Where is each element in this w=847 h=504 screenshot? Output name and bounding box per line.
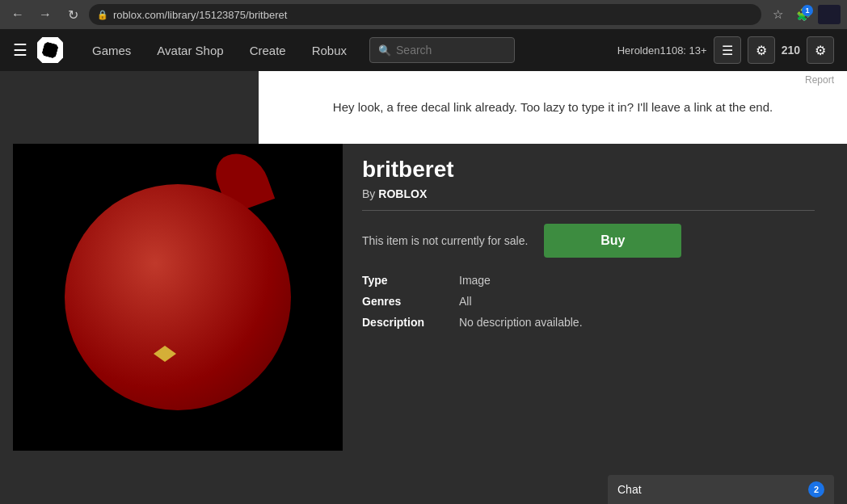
genres-row: Genres All: [362, 295, 815, 308]
refresh-button[interactable]: ↻: [61, 3, 84, 26]
description-value: No description available.: [459, 316, 583, 329]
sale-status: This item is not currently for sale.: [362, 234, 528, 247]
chat-badge: 2: [808, 481, 824, 498]
ad-text: Hey look, a free decal link already. Too…: [333, 99, 773, 117]
settings-button[interactable]: ⚙: [807, 36, 834, 64]
search-input[interactable]: [396, 44, 501, 57]
profile-avatar: [818, 5, 841, 24]
type-row: Type Image: [362, 274, 815, 287]
hamburger-menu-button[interactable]: ☰: [13, 40, 27, 60]
description-row: Description No description available.: [362, 316, 815, 329]
creator-prefix: By: [362, 187, 375, 200]
back-button[interactable]: ←: [6, 3, 29, 26]
type-value: Image: [459, 274, 491, 287]
nav-create[interactable]: Create: [237, 29, 299, 71]
nav-links: Games Avatar Shop Create Robux: [79, 29, 360, 71]
nav-robux[interactable]: Robux: [299, 29, 360, 71]
notifications-button[interactable]: ⚙: [748, 36, 775, 64]
item-image-container: [13, 144, 343, 451]
buy-button[interactable]: Buy: [544, 224, 681, 258]
beret-badge-pin: [154, 346, 176, 362]
beret-circle: [65, 184, 291, 410]
nav-games[interactable]: Games: [79, 29, 144, 71]
ad-banner: Hey look, a free decal link already. Too…: [259, 71, 847, 144]
nav-avatar-shop[interactable]: Avatar Shop: [144, 29, 236, 71]
divider: [362, 210, 815, 211]
profile-button[interactable]: [818, 3, 841, 26]
item-title: britberet: [362, 157, 815, 183]
search-icon: 🔍: [378, 44, 391, 57]
genres-label: Genres: [362, 295, 459, 308]
extension-puzzle-button[interactable]: 🧩 1: [792, 3, 815, 26]
url-text: roblox.com/library/15123875/britberet: [113, 9, 287, 21]
item-page: britberet By ROBLOX This item is not cur…: [0, 144, 847, 451]
browser-chrome: ← → ↻ 🔒 roblox.com/library/15123875/brit…: [0, 0, 847, 29]
type-label: Type: [362, 274, 459, 287]
chat-box[interactable]: Chat 2: [608, 475, 834, 504]
beret-graphic: [65, 184, 291, 410]
forward-button[interactable]: →: [34, 3, 57, 26]
item-details: britberet By ROBLOX This item is not cur…: [343, 144, 834, 451]
roblox-logo-inner: [41, 41, 59, 59]
description-label: Description: [362, 316, 459, 329]
sale-row: This item is not currently for sale. Buy: [362, 224, 815, 258]
item-creator: By ROBLOX: [362, 187, 815, 200]
main-content: Hey look, a free decal link already. Too…: [0, 71, 847, 504]
star-button[interactable]: ☆: [766, 3, 789, 26]
browser-actions: ☆ 🧩 1: [766, 3, 841, 26]
lock-icon: 🔒: [97, 10, 108, 20]
chat-icon-button[interactable]: ☰: [714, 36, 741, 64]
nav-right: Herolden1108: 13+ ☰ ⚙ 210 ⚙: [617, 36, 834, 64]
report-link[interactable]: Report: [805, 74, 834, 86]
creator-name[interactable]: ROBLOX: [378, 187, 427, 200]
extension-badge: 1: [802, 5, 813, 16]
item-meta: Type Image Genres All Description No des…: [362, 274, 815, 329]
chat-label: Chat: [617, 483, 642, 496]
username-display: Herolden1108: 13+: [617, 44, 707, 57]
roblox-logo[interactable]: [37, 37, 63, 63]
genres-value: All: [459, 295, 472, 308]
roblox-navbar: ☰ Games Avatar Shop Create Robux 🔍 Herol…: [0, 29, 847, 71]
address-bar[interactable]: 🔒 roblox.com/library/15123875/britberet: [89, 4, 761, 25]
search-bar[interactable]: 🔍: [369, 37, 515, 63]
beret-background: [13, 144, 343, 451]
robux-amount: 210: [782, 44, 800, 57]
